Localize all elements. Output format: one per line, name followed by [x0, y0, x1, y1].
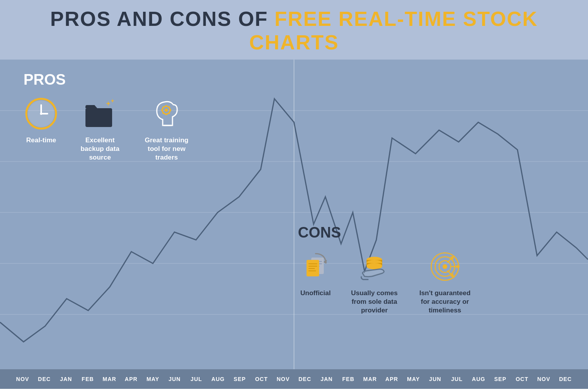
- cons-item-not-guaranteed: Isn't guaranteed for accuracy or timelin…: [416, 249, 474, 315]
- documents-icon: [298, 249, 333, 284]
- month-label: OCT: [250, 376, 272, 382]
- month-label: JUL: [185, 376, 207, 382]
- month-label: JAN: [55, 376, 77, 382]
- pros-section: PROS Real-time: [24, 71, 192, 162]
- cons-item-unofficial: Unofficial: [298, 249, 333, 298]
- svg-text:+: +: [106, 100, 111, 107]
- pros-items-container: Real-time + + Excellent backup data sour…: [24, 96, 192, 162]
- month-label: JUN: [424, 376, 446, 382]
- month-label: AUG: [207, 376, 229, 382]
- cons-item-not-guaranteed-label: Isn't guaranteed for accuracy or timelin…: [416, 289, 474, 315]
- pros-item-backup: + + Excellent backup data source: [74, 96, 125, 162]
- footer: the balance: [0, 389, 588, 392]
- month-label: NOV: [533, 376, 554, 382]
- month-label: MAY: [142, 376, 163, 382]
- month-label: FEB: [77, 376, 98, 382]
- clock-icon: [25, 97, 58, 131]
- month-label: DEC: [294, 376, 316, 382]
- month-label: AUG: [468, 376, 489, 382]
- brain-gear-icon: [149, 96, 184, 131]
- pros-item-backup-label: Excellent backup data source: [74, 136, 125, 162]
- title-bar: PROS AND CONS OF FREE REAL-TIME STOCK CH…: [0, 0, 588, 60]
- month-label: OCT: [511, 376, 533, 382]
- month-label: MAR: [99, 376, 120, 382]
- month-label: APR: [381, 376, 403, 382]
- brain-icon-wrap: [149, 96, 184, 131]
- pros-item-training: Great training tool for new traders: [141, 96, 192, 162]
- title-highlight: FREE REAL-TIME STOCK CHARTS: [249, 7, 538, 54]
- svg-point-10: [40, 113, 42, 115]
- month-label: MAR: [359, 376, 381, 382]
- main-chart-area: PROS Real-time: [0, 60, 588, 369]
- documents-icon-wrap: [298, 249, 333, 284]
- month-label: DEC: [555, 376, 576, 382]
- cons-item-unofficial-label: Unofficial: [300, 289, 330, 298]
- month-label: SEP: [490, 376, 511, 382]
- folder-icon-wrap: + +: [82, 96, 118, 131]
- cons-label: CONS: [298, 224, 474, 241]
- month-label: APR: [120, 376, 142, 382]
- hand-coins-icon-wrap: [357, 249, 392, 284]
- page-title: PROS AND CONS OF FREE REAL-TIME STOCK CH…: [4, 7, 584, 54]
- cons-item-sole-provider: Usually comes from sole data provider: [345, 249, 404, 315]
- target-icon-wrap: [427, 249, 463, 284]
- month-label: MAY: [403, 376, 424, 382]
- svg-rect-13: [85, 108, 112, 127]
- month-label: DEC: [33, 376, 55, 382]
- month-label: JAN: [316, 376, 337, 382]
- hand-coins-icon: [357, 249, 392, 284]
- month-label: FEB: [338, 376, 359, 382]
- month-axis: NOVDECJANFEBMARAPRMAYJUNJULAUGSEPOCTNOVD…: [0, 369, 588, 389]
- pros-label: PROS: [24, 71, 192, 88]
- pros-item-real-time: Real-time: [24, 96, 59, 145]
- svg-point-43: [443, 264, 447, 269]
- month-label: JUN: [164, 376, 185, 382]
- svg-text:+: +: [111, 98, 114, 104]
- title-prefix: PROS AND CONS OF: [50, 7, 274, 30]
- pros-item-real-time-label: Real-time: [26, 136, 56, 145]
- month-label: NOV: [12, 376, 33, 382]
- month-label: NOV: [272, 376, 294, 382]
- svg-point-39: [367, 263, 382, 269]
- pros-item-training-label: Great training tool for new traders: [141, 136, 192, 162]
- svg-point-15: [165, 109, 168, 112]
- folder-icon: + +: [83, 97, 117, 131]
- month-label: SEP: [229, 376, 250, 382]
- target-icon: [427, 249, 463, 284]
- month-label: JUL: [446, 376, 468, 382]
- clock-icon-wrap: [24, 96, 59, 131]
- cons-item-sole-provider-label: Usually comes from sole data provider: [345, 289, 404, 315]
- cons-section: CONS: [298, 224, 474, 315]
- cons-items-container: Unofficial: [298, 249, 474, 315]
